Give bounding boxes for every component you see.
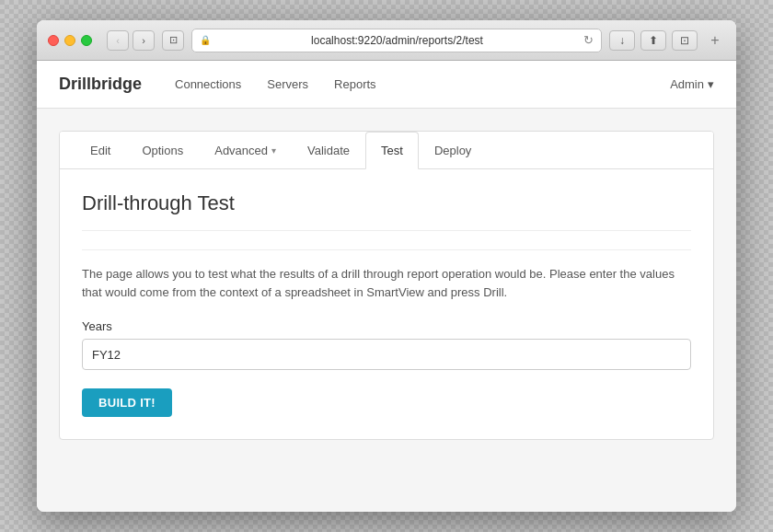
download-button[interactable]: ↓ — [609, 30, 635, 51]
tab-toggle-icon: ⊡ — [169, 34, 178, 46]
tab-test[interactable]: Test — [365, 132, 419, 169]
traffic-lights — [48, 35, 92, 46]
page-title: Drill-through Test — [82, 191, 691, 215]
tab-test-label: Test — [381, 144, 403, 157]
app-navbar: Drillbridge Connections Servers Reports … — [37, 61, 736, 109]
add-tab-icon: + — [710, 32, 719, 49]
back-button[interactable]: ‹ — [107, 30, 129, 51]
address-text: localhost:9220/admin/reports/2/test — [216, 34, 578, 47]
build-it-button[interactable]: BUILD IT! — [82, 388, 172, 417]
toolbar-right: ↓ ⬆ ⊡ — [609, 30, 698, 51]
years-input[interactable] — [82, 339, 691, 370]
tab-validate-label: Validate — [307, 144, 350, 157]
years-label: Years — [82, 319, 691, 333]
browser-window: ‹ › ⊡ 🔒 localhost:9220/admin/reports/2/t… — [37, 20, 736, 512]
zoom-icon: ⊡ — [680, 34, 689, 47]
nav-link-servers[interactable]: Servers — [256, 72, 319, 97]
zoom-button[interactable]: ⊡ — [672, 30, 698, 51]
tab-toggle-button[interactable]: ⊡ — [162, 30, 184, 51]
tab-advanced[interactable]: Advanced ▾ — [199, 132, 292, 169]
admin-dropdown-arrow: ▾ — [708, 77, 714, 91]
forward-icon: › — [142, 35, 145, 46]
title-bar: ‹ › ⊡ 🔒 localhost:9220/admin/reports/2/t… — [37, 20, 736, 61]
tab-strip: Edit Options Advanced ▾ Validate Test — [60, 132, 713, 169]
tab-options-label: Options — [142, 144, 183, 157]
tab-edit[interactable]: Edit — [75, 132, 126, 169]
admin-label: Admin — [670, 77, 704, 91]
lock-icon: 🔒 — [200, 35, 211, 45]
tab-edit-label: Edit — [90, 144, 110, 157]
years-form-group: Years — [82, 319, 691, 370]
app-nav-links: Connections Servers Reports — [164, 72, 670, 97]
back-icon: ‹ — [116, 35, 120, 46]
add-tab-button[interactable]: + — [705, 30, 725, 51]
page-description: The page allows you to test what the res… — [82, 249, 691, 301]
content-card: Edit Options Advanced ▾ Validate Test — [59, 131, 714, 440]
share-button[interactable]: ⬆ — [640, 30, 666, 51]
nav-buttons: ‹ › — [107, 30, 155, 51]
nav-link-reports[interactable]: Reports — [323, 72, 387, 97]
card-body: Drill-through Test The page allows you t… — [60, 169, 713, 439]
tab-advanced-label: Advanced — [214, 144, 268, 157]
tab-validate[interactable]: Validate — [292, 132, 365, 169]
minimize-button[interactable] — [64, 35, 75, 46]
tab-deploy-label: Deploy — [434, 144, 471, 157]
share-icon: ⬆ — [649, 34, 658, 47]
chevron-down-icon: ▾ — [271, 145, 276, 156]
section-divider — [82, 230, 691, 231]
forward-button[interactable]: › — [133, 30, 155, 51]
address-bar[interactable]: 🔒 localhost:9220/admin/reports/2/test ↻ — [191, 29, 602, 52]
main-content: Edit Options Advanced ▾ Validate Test — [37, 109, 736, 462]
nav-link-connections[interactable]: Connections — [164, 72, 252, 97]
app-content: Drillbridge Connections Servers Reports … — [37, 61, 736, 512]
close-button[interactable] — [48, 35, 59, 46]
download-icon: ↓ — [619, 34, 625, 47]
tab-options[interactable]: Options — [126, 132, 199, 169]
tab-deploy[interactable]: Deploy — [419, 132, 487, 169]
maximize-button[interactable] — [81, 35, 92, 46]
app-brand: Drillbridge — [59, 75, 142, 94]
refresh-button[interactable]: ↻ — [583, 33, 594, 47]
admin-dropdown[interactable]: Admin ▾ — [670, 77, 714, 91]
